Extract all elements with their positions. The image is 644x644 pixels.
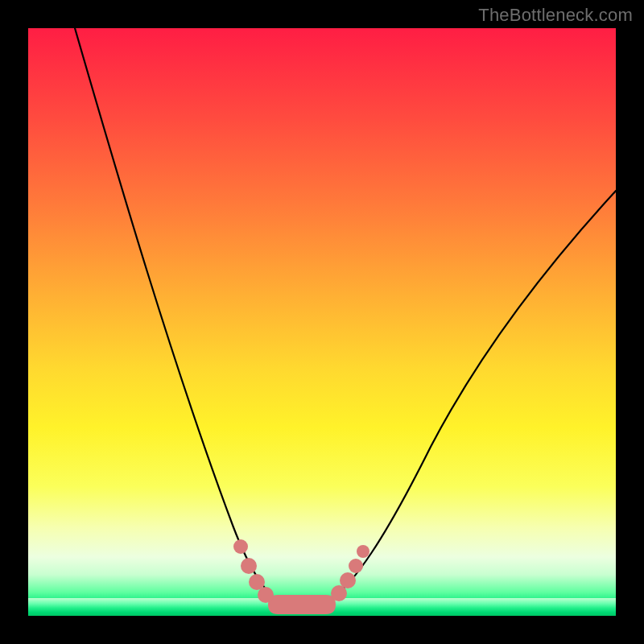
marker-dot — [357, 545, 369, 558]
curve-layer — [28, 28, 616, 616]
watermark-text: TheBottleneck.com — [478, 5, 633, 26]
bottleneck-curve — [75, 28, 616, 609]
marker-cluster-trough — [268, 595, 336, 614]
plot-area — [28, 28, 616, 616]
marker-dot — [349, 559, 363, 573]
marker-dot — [241, 558, 257, 574]
marker-dot — [233, 539, 248, 554]
marker-dot — [258, 587, 274, 603]
chart-frame: TheBottleneck.com — [0, 0, 644, 644]
marker-dot — [340, 572, 356, 588]
